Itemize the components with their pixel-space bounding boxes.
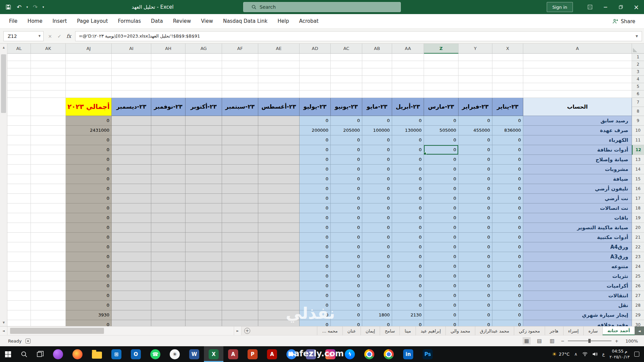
cell-AJ23[interactable]: 0 <box>66 252 112 262</box>
cell-AC21[interactable]: 0 <box>331 233 362 242</box>
cell-AI25[interactable] <box>112 272 151 281</box>
cell-Z23[interactable]: 0 <box>424 252 459 262</box>
cell-AI13[interactable] <box>112 155 151 165</box>
acrobat-icon[interactable]: A <box>262 346 282 362</box>
cell-AB27[interactable]: 0 <box>362 291 392 301</box>
cell-AI26[interactable] <box>112 281 151 291</box>
cell-Y29[interactable]: 0 <box>459 310 492 320</box>
column-header-AG[interactable]: AG <box>185 44 222 54</box>
sheet-tab-9[interactable]: سامح <box>380 326 399 335</box>
ribbon-tab-page-layout[interactable]: Page Layout <box>72 14 113 28</box>
cell-AB24[interactable]: 0 <box>362 262 392 272</box>
cell-AL27[interactable] <box>7 291 31 301</box>
cell-X4[interactable] <box>492 76 523 83</box>
cell-AB22[interactable]: 0 <box>362 242 392 252</box>
cell-X2[interactable] <box>492 61 523 68</box>
cell-AD23[interactable]: 0 <box>300 252 331 262</box>
cell-AH17[interactable] <box>151 194 185 203</box>
cell-Y25[interactable]: 0 <box>459 272 492 281</box>
add-sheet-button[interactable]: + <box>241 326 253 335</box>
cell-AA10[interactable]: 130000 <box>392 126 424 135</box>
cell-AL3[interactable] <box>7 68 31 76</box>
cell-AJ20[interactable]: 0 <box>66 223 112 233</box>
row-header-2[interactable]: 2 <box>632 61 644 68</box>
cell-AA4[interactable] <box>392 76 424 83</box>
chrome-icon[interactable] <box>360 346 379 362</box>
cell-AF29[interactable] <box>222 310 258 320</box>
cell-AL26[interactable] <box>7 281 31 291</box>
cell-AG3[interactable] <box>185 68 222 76</box>
cell-AB1[interactable] <box>362 54 392 61</box>
cell-Z10[interactable]: 505000 <box>424 126 459 135</box>
save-icon[interactable] <box>3 2 13 12</box>
cell-AL16[interactable] <box>7 184 31 194</box>
cell-A26[interactable]: أكراميات <box>523 281 632 291</box>
cell-AA29[interactable]: 2130 <box>392 310 424 320</box>
cell-Y10[interactable]: 455000 <box>459 126 492 135</box>
cell-AF23[interactable] <box>222 252 258 262</box>
cell-AK2[interactable] <box>31 61 66 68</box>
file-explorer-icon[interactable] <box>87 346 107 362</box>
cell-AC28[interactable]: 0 <box>331 301 362 310</box>
cell-AG19[interactable] <box>185 213 222 223</box>
cell-AD29[interactable]: 0 <box>300 310 331 320</box>
cell-AK9[interactable] <box>31 116 66 126</box>
hscroll-left-icon[interactable]: ◄ <box>0 326 7 335</box>
cell-A3[interactable] <box>523 68 632 76</box>
month-header-Z[interactable]: ٢٣-مارس <box>424 98 459 116</box>
cell-AA19[interactable]: 0 <box>392 213 424 223</box>
cell-AK6[interactable] <box>31 90 66 98</box>
cell-Z5[interactable] <box>424 83 459 90</box>
cell-AE20[interactable] <box>258 223 300 233</box>
cell-AF25[interactable] <box>222 272 258 281</box>
cell-A21[interactable]: أدوات مكتبية <box>523 233 632 242</box>
cell-AC4[interactable] <box>331 76 362 83</box>
cell-AL17[interactable] <box>7 194 31 203</box>
cell-AD30[interactable]: 0 <box>300 320 331 326</box>
cell-AJ30[interactable]: 0 <box>66 320 112 326</box>
cell-AG27[interactable] <box>185 291 222 301</box>
cell-AK10[interactable] <box>31 126 66 135</box>
cell-AF11[interactable] <box>222 135 258 145</box>
cell-AI27[interactable] <box>112 291 151 301</box>
row-header-15[interactable]: 15 <box>632 174 644 184</box>
cell-AH4[interactable] <box>151 76 185 83</box>
column-header-AA[interactable]: AA <box>392 44 424 54</box>
hscroll-right-icon[interactable]: ► <box>234 326 241 335</box>
cell-A20[interactable]: صيانة ماكينة التصوير <box>523 223 632 233</box>
cell-AF19[interactable] <box>222 213 258 223</box>
cell-AG25[interactable] <box>185 272 222 281</box>
cell-AA14[interactable]: 0 <box>392 165 424 174</box>
cell-AK15[interactable] <box>31 174 66 184</box>
cell-AL5[interactable] <box>7 83 31 90</box>
cell-A27[interactable]: انتقالات <box>523 291 632 301</box>
ribbon-tab-help[interactable]: Help <box>273 14 294 28</box>
cell-AI1[interactable] <box>112 54 151 61</box>
cell-AG5[interactable] <box>185 83 222 90</box>
cell-AC2[interactable] <box>331 61 362 68</box>
cell-AA26[interactable]: 0 <box>392 281 424 291</box>
cell-AA23[interactable]: 0 <box>392 252 424 262</box>
cell-AJ9[interactable]: 0 <box>66 116 112 126</box>
cell-AF2[interactable] <box>222 61 258 68</box>
cell-AE2[interactable] <box>258 61 300 68</box>
cell-AL4[interactable] <box>7 76 31 83</box>
cell-AF9[interactable] <box>222 116 258 126</box>
cell-AG23[interactable] <box>185 252 222 262</box>
cell-AK16[interactable] <box>31 184 66 194</box>
cell-AJ15[interactable]: 0 <box>66 174 112 184</box>
cell-AC18[interactable]: 0 <box>331 203 362 213</box>
column-header-AE[interactable]: AE <box>258 44 300 54</box>
cell-AA5[interactable] <box>392 83 424 90</box>
cell-Z19[interactable]: 0 <box>424 213 459 223</box>
cell-AK12[interactable] <box>31 145 66 155</box>
weather-widget[interactable]: ☀ 27°C <box>552 351 570 357</box>
cell-AB20[interactable]: 0 <box>362 223 392 233</box>
cell-AF28[interactable] <box>222 301 258 310</box>
sheet-tab-3[interactable]: هاجر <box>545 326 563 335</box>
column-header-AD[interactable]: AD <box>300 44 331 54</box>
cell-X28[interactable]: 0 <box>492 301 523 310</box>
cell-AK18[interactable] <box>31 203 66 213</box>
microsoft-store-icon[interactable]: ⊞ <box>107 346 126 362</box>
cell-AB15[interactable]: 0 <box>362 174 392 184</box>
